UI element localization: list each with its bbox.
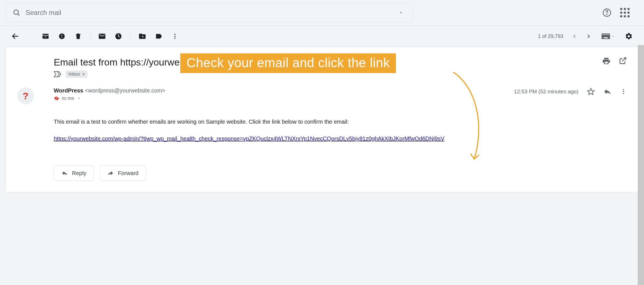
reply-arrow-icon [61, 170, 68, 177]
svg-point-8 [174, 38, 175, 39]
apps-grid-icon[interactable] [620, 8, 630, 18]
avatar-col: ? [17, 87, 54, 104]
recipient-line[interactable]: to me [54, 96, 514, 101]
forward-button-label: Forward [118, 170, 138, 177]
toolbar-divider [90, 32, 90, 40]
settings-gear-icon[interactable] [622, 30, 636, 43]
mark-unread-icon[interactable] [95, 30, 109, 43]
svg-rect-14 [607, 34, 607, 35]
search-box[interactable] [6, 3, 413, 22]
svg-rect-13 [605, 34, 606, 35]
message-time: 12:53 PM (52 minutes ago) [514, 89, 578, 95]
avatar-unknown-icon: ? [23, 91, 29, 101]
svg-point-6 [174, 34, 175, 35]
recipient-expand-icon[interactable] [77, 96, 81, 100]
label-chip-text: Inbox [68, 71, 80, 77]
svg-rect-10 [602, 34, 603, 35]
reply-button[interactable]: Reply [54, 166, 94, 181]
subject-actions [602, 57, 627, 65]
star-icon[interactable] [587, 88, 595, 96]
svg-rect-11 [603, 34, 604, 35]
sender-line: WordPress <wordpress@yourwebsite.com> [54, 87, 514, 94]
label-chip-inbox[interactable]: Inbox × [66, 71, 87, 78]
svg-point-21 [623, 89, 624, 90]
svg-line-18 [622, 58, 626, 62]
forward-arrow-icon [107, 170, 114, 177]
search-input[interactable] [26, 9, 393, 17]
move-to-icon[interactable] [136, 30, 149, 43]
sender-avatar[interactable]: ? [17, 87, 34, 104]
svg-point-0 [14, 10, 18, 14]
open-new-window-icon[interactable] [619, 57, 627, 65]
reply-button-label: Reply [72, 170, 86, 177]
next-message-icon[interactable] [583, 31, 594, 42]
more-icon[interactable] [168, 30, 182, 43]
print-icon[interactable] [602, 57, 611, 65]
scrollbar[interactable] [638, 45, 644, 192]
annotation-banner: Check your email and click the link [180, 53, 396, 73]
toolbar: 1 of 29,793 [0, 26, 644, 47]
svg-rect-16 [609, 34, 609, 35]
recipient-text: to me [62, 96, 74, 101]
message-body: This email is a test to confirm whether … [17, 117, 627, 143]
message-card: Email test from https://yourwebsite.com … [6, 47, 638, 192]
svg-point-3 [607, 14, 607, 15]
svg-point-7 [174, 36, 175, 37]
labels-icon[interactable] [152, 30, 165, 43]
header-right [602, 8, 638, 18]
svg-rect-15 [607, 34, 608, 35]
snooze-icon[interactable] [112, 30, 125, 43]
svg-line-1 [18, 14, 19, 15]
report-spam-icon[interactable] [55, 30, 69, 43]
search-icon [10, 9, 26, 17]
important-marker-icon[interactable] [54, 71, 62, 77]
search-options-caret-icon[interactable] [393, 10, 409, 15]
support-icon[interactable] [602, 8, 612, 18]
sender-main: WordPress <wordpress@yourwebsite.com> to… [54, 87, 514, 101]
body-intro: This email is a test to confirm whether … [54, 117, 627, 126]
delete-icon[interactable] [71, 30, 85, 43]
sender-address: <wordpress@yourwebsite.com> [85, 87, 165, 94]
remove-label-icon[interactable]: × [82, 71, 85, 77]
sender-row: ? WordPress <wordpress@yourwebsite.com> … [17, 87, 627, 104]
back-icon[interactable] [8, 30, 22, 43]
input-tool-icon[interactable] [602, 33, 615, 39]
toolbar-divider [130, 32, 130, 40]
message-meta: 12:53 PM (52 minutes ago) [514, 87, 627, 96]
svg-rect-12 [604, 34, 605, 35]
svg-point-23 [623, 93, 624, 94]
no-tls-icon [54, 96, 59, 101]
sender-name: WordPress [54, 87, 83, 94]
message-more-icon[interactable] [620, 88, 627, 95]
archive-icon[interactable] [39, 30, 52, 43]
confirmation-link[interactable]: https://yourwebsite.com/wp-admin/?tjwp_w… [54, 134, 444, 143]
reply-icon[interactable] [603, 87, 612, 96]
thread-count: 1 of 29,793 [538, 33, 563, 39]
svg-point-22 [623, 91, 624, 92]
svg-marker-20 [587, 88, 594, 94]
prev-message-icon[interactable] [569, 31, 580, 42]
reply-actions: Reply Forward [17, 166, 627, 181]
svg-rect-17 [604, 37, 608, 39]
forward-button[interactable]: Forward [100, 166, 146, 181]
header-row [0, 0, 644, 26]
